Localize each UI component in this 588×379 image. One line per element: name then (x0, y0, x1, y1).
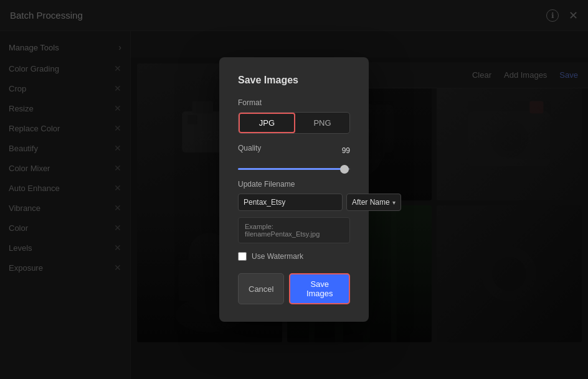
modal-title: Save Images (238, 75, 350, 86)
app-window: Batch Processing ℹ ✕ Manage Tools › Colo… (0, 0, 588, 379)
watermark-checkbox[interactable] (238, 252, 247, 261)
cancel-button[interactable]: Cancel (238, 273, 284, 304)
format-toggle: JPG PNG (238, 112, 350, 134)
quality-row: Quality 99 (238, 144, 350, 157)
format-png-button[interactable]: PNG (295, 113, 349, 133)
quality-label: Quality (238, 144, 261, 152)
modal-buttons: Cancel Save Images (238, 273, 350, 304)
filename-position-value: After Name (352, 198, 390, 207)
save-images-modal: Save Images Format JPG PNG Quality 99 Up… (219, 57, 369, 322)
watermark-row: Use Watermark (238, 252, 350, 261)
filename-example-preview: Example: filenamePentax_Etsy.jpg (238, 217, 350, 243)
format-jpg-button[interactable]: JPG (239, 113, 295, 133)
save-images-button[interactable]: Save Images (289, 273, 350, 304)
update-filename-label: Update Filename (238, 180, 350, 189)
filename-row: After Name ▾ (238, 194, 350, 211)
filename-input[interactable] (238, 194, 343, 211)
watermark-label: Use Watermark (252, 252, 303, 261)
modal-overlay: Save Images Format JPG PNG Quality 99 Up… (0, 0, 588, 379)
filename-position-dropdown[interactable]: After Name ▾ (346, 194, 401, 211)
format-label: Format (238, 98, 350, 107)
dropdown-arrow-icon: ▾ (392, 199, 396, 206)
quality-value: 99 (342, 146, 350, 155)
quality-slider[interactable] (238, 168, 350, 170)
